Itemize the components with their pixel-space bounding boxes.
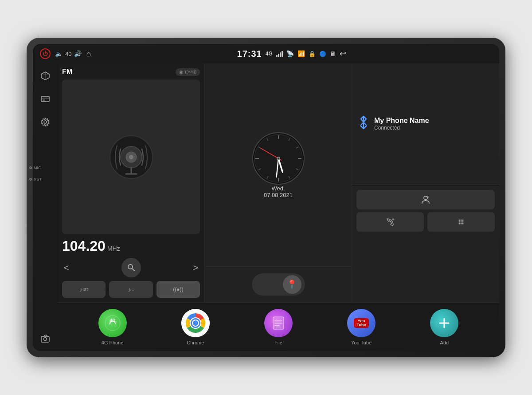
svg-rect-3 xyxy=(41,96,49,102)
svg-point-46 xyxy=(462,221,464,222)
svg-point-45 xyxy=(461,221,462,222)
volume-level: 40 xyxy=(65,51,71,57)
bluetooth-status-icon: 🔵 xyxy=(319,51,326,57)
radio-wave-icon: 📡 xyxy=(286,50,294,57)
radio-mode: FM xyxy=(62,68,72,76)
app-youtube[interactable]: You Tube You Tube xyxy=(347,309,376,345)
device-container: ⏻ 🔈 40 🔊 ⌂ 17:31 4G 📡 📶 xyxy=(27,38,505,357)
sidebar-item-camera[interactable] xyxy=(37,331,53,347)
right-col: My Phone Name Connected xyxy=(352,63,499,302)
svg-point-8 xyxy=(44,338,47,341)
bluetooth-connection-status: Connected xyxy=(374,125,429,131)
panels-area: FM ◉ ((AM)) xyxy=(58,63,499,351)
nav-section: 📍 xyxy=(205,267,352,302)
volume-down-icon[interactable]: 🔈 xyxy=(55,50,63,57)
svg-point-36 xyxy=(424,196,427,200)
radio-visual xyxy=(62,79,200,234)
sidebar-item-carplay[interactable] xyxy=(37,91,53,107)
sidebar-item-settings[interactable] xyxy=(37,114,53,130)
screen-icon: 🖥 xyxy=(330,50,336,57)
wifi-icon: 📶 xyxy=(297,50,305,57)
bt-section: My Phone Name Connected xyxy=(352,63,499,185)
radio-prev-button[interactable]: < xyxy=(64,263,69,273)
network-icon: 4G xyxy=(266,51,273,57)
radio-broadcast-btn[interactable]: ((●)) xyxy=(156,281,200,298)
radio-next-button[interactable]: > xyxy=(193,263,198,273)
svg-text:—: — xyxy=(276,324,281,329)
app-add-label: Add xyxy=(440,340,449,345)
phone-section xyxy=(352,186,499,303)
app-file-label: File xyxy=(274,340,282,345)
svg-point-12 xyxy=(129,155,133,159)
app-4g-phone[interactable]: 4G 4G Phone xyxy=(98,309,127,345)
status-bar: ⏻ 🔈 40 🔊 ⌂ 17:31 4G 📡 📶 xyxy=(33,44,499,63)
bluetooth-icon xyxy=(358,115,369,132)
radio-download-btn[interactable]: ♪↓ xyxy=(109,281,153,298)
rst-label: RST xyxy=(29,177,42,182)
radio-am-badge: ◉ ((AM)) xyxy=(176,68,200,76)
time-display: 17:31 xyxy=(237,49,262,59)
app-chrome[interactable]: Chrome xyxy=(181,309,210,345)
radio-scan-button[interactable] xyxy=(121,258,141,277)
home-icon[interactable]: ⌂ xyxy=(86,49,91,59)
apps-section: 4G 4G Phone xyxy=(58,302,499,351)
center-col: Wed. 07.08.2021 📍 xyxy=(205,63,352,302)
svg-line-16 xyxy=(132,269,134,271)
back-icon[interactable]: ↩ xyxy=(340,49,346,59)
radio-panel: FM ◉ ((AM)) xyxy=(58,63,205,302)
svg-point-6 xyxy=(44,121,47,123)
device-screen: ⏻ 🔈 40 🔊 ⌂ 17:31 4G 📡 📶 xyxy=(33,44,499,351)
svg-point-56 xyxy=(193,320,198,326)
signal-bars xyxy=(276,51,283,57)
bluetooth-device-name: My Phone Name xyxy=(374,117,429,125)
svg-point-43 xyxy=(462,219,464,221)
radio-frequency-display: 104.20 MHz xyxy=(62,238,200,254)
svg-point-35 xyxy=(278,158,279,159)
app-youtube-label: You Tube xyxy=(351,340,372,345)
svg-point-47 xyxy=(459,223,460,224)
volume-up-icon[interactable]: 🔊 xyxy=(74,50,82,57)
app-add[interactable]: Add xyxy=(430,309,458,345)
clock-date: Wed. 07.08.2021 xyxy=(264,185,293,198)
svg-point-49 xyxy=(462,223,464,224)
app-chrome-label: Chrome xyxy=(187,340,204,345)
radio-bottom-controls: ♪BT ♪↓ ((●)) xyxy=(62,281,200,298)
sidebar xyxy=(33,63,58,351)
power-button[interactable]: ⏻ xyxy=(40,48,51,59)
lock-icon: 🔒 xyxy=(309,51,316,57)
app-file[interactable]: — File xyxy=(264,309,293,345)
nav-toggle[interactable]: 📍 xyxy=(252,273,305,296)
dialpad-button[interactable] xyxy=(427,212,495,232)
svg-point-44 xyxy=(459,221,460,222)
sidebar-item-cube[interactable] xyxy=(37,68,53,84)
clock-face xyxy=(252,132,305,185)
app-4g-phone-label: 4G Phone xyxy=(102,340,124,345)
location-pin-icon: 📍 xyxy=(283,275,301,294)
svg-point-42 xyxy=(461,219,462,221)
radio-bluetooth-btn[interactable]: ♪BT xyxy=(62,281,106,298)
clock-section: Wed. 07.08.2021 xyxy=(205,63,352,267)
svg-point-48 xyxy=(461,223,462,224)
main-content: FM ◉ ((AM)) xyxy=(33,63,499,351)
contacts-button[interactable] xyxy=(356,190,495,209)
svg-rect-5 xyxy=(43,99,45,101)
bluetooth-device-info: My Phone Name Connected xyxy=(374,117,429,131)
device-side-labels: MIC RST xyxy=(29,166,42,182)
top-panels: FM ◉ ((AM)) xyxy=(58,63,499,302)
mic-label: MIC xyxy=(29,166,42,170)
svg-point-41 xyxy=(459,219,460,221)
radio-nav-controls: < > xyxy=(62,258,200,277)
call-button[interactable] xyxy=(356,212,424,232)
